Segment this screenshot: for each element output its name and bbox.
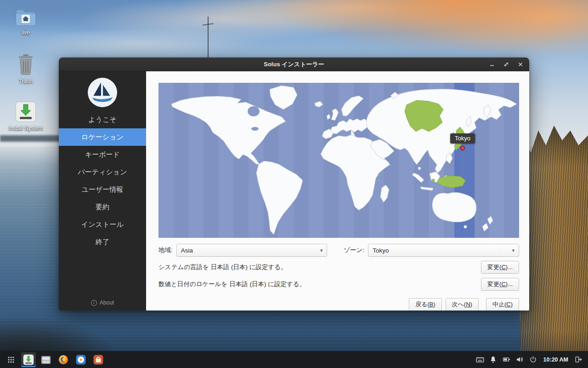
restore-button[interactable] bbox=[503, 61, 509, 68]
btn-mnemonic: B bbox=[430, 301, 434, 308]
info-icon: i bbox=[91, 300, 97, 306]
change-language-button[interactable]: 変更(C)... bbox=[481, 261, 519, 274]
about-button[interactable]: i About bbox=[59, 299, 146, 306]
nav-label: 要約 bbox=[96, 203, 109, 212]
installer-sidebar: ようこそ ロケーション キーボード パーティション ユーザー情報 要約 インスト… bbox=[59, 71, 146, 310]
btn-text: ) bbox=[433, 301, 435, 308]
battery-indicator[interactable] bbox=[503, 356, 511, 364]
sidebar-item-install[interactable]: インストール bbox=[59, 216, 146, 233]
install-system-icon bbox=[23, 354, 34, 365]
sidebar-item-keyboard[interactable]: キーボード bbox=[59, 146, 146, 163]
language-sentence: システムの言語を 日本語 (日本) に設定する。 bbox=[158, 263, 287, 271]
desktop-icon-install-system[interactable]: Install System bbox=[5, 101, 46, 132]
desktop-icon-label: live bbox=[22, 29, 30, 36]
zone-label: ゾーン: bbox=[344, 246, 364, 254]
btn-text: 次へ( bbox=[452, 301, 466, 308]
nav-label: キーボード bbox=[85, 150, 120, 159]
btn-text: ) bbox=[470, 301, 472, 308]
volume-indicator[interactable] bbox=[516, 356, 524, 364]
cancel-button[interactable]: 中止(C) bbox=[486, 298, 519, 310]
locale-sentence: 数値と日付のロケールを 日本語 (日本) に設定する。 bbox=[158, 280, 305, 288]
change-locale-button[interactable]: 変更(C)... bbox=[481, 278, 519, 291]
desktop-icon-label: Trash bbox=[19, 78, 33, 85]
firefox-icon bbox=[58, 354, 69, 365]
media-player-icon bbox=[75, 354, 86, 365]
nav-label: 終了 bbox=[96, 238, 109, 247]
region-value: Asia bbox=[181, 247, 320, 254]
window-title: Solus インストーラー bbox=[264, 60, 324, 69]
nav-label: パーティション bbox=[78, 168, 127, 177]
sidebar-item-welcome[interactable]: ようこそ bbox=[59, 111, 146, 128]
about-label: About bbox=[100, 299, 114, 306]
desktop-icon-label: Install System bbox=[9, 125, 43, 132]
battery-icon bbox=[503, 356, 510, 363]
region-combobox[interactable]: Asia ▾ bbox=[176, 244, 328, 257]
btn-mnemonic: N bbox=[466, 301, 470, 308]
notifications-indicator[interactable] bbox=[489, 356, 498, 364]
close-icon bbox=[518, 62, 523, 67]
sidebar-item-location[interactable]: ロケーション bbox=[59, 128, 146, 146]
nav-label: ロケーション bbox=[81, 133, 124, 142]
btn-text: 変更( bbox=[487, 264, 501, 270]
btn-mnemonic: C bbox=[501, 281, 505, 288]
wallpaper-reeds bbox=[520, 123, 588, 368]
keyboard-icon bbox=[476, 356, 484, 364]
install-system-icon bbox=[15, 101, 36, 122]
btn-mnemonic: C bbox=[506, 301, 510, 308]
taskbar-app-software-center[interactable] bbox=[91, 352, 106, 367]
folder-home-icon bbox=[15, 7, 37, 27]
btn-text: )... bbox=[506, 264, 513, 270]
solus-logo bbox=[87, 77, 118, 108]
chevron-down-icon: ▾ bbox=[320, 247, 323, 253]
keyboard-layout-indicator[interactable] bbox=[476, 356, 484, 364]
sidebar-item-partition[interactable]: パーティション bbox=[59, 163, 146, 181]
nav-label: ようこそ bbox=[88, 115, 116, 124]
next-button[interactable]: 次へ(N) bbox=[446, 298, 479, 310]
btn-text: 中止( bbox=[492, 301, 506, 308]
back-button[interactable]: 戻る(B) bbox=[409, 298, 442, 310]
minimize-icon bbox=[489, 62, 495, 67]
btn-text: 変更( bbox=[487, 281, 501, 288]
timezone-map[interactable]: Tokyo bbox=[158, 83, 519, 238]
btn-text: 戻る( bbox=[415, 301, 430, 308]
speaker-icon bbox=[516, 356, 524, 363]
minimize-button[interactable] bbox=[489, 61, 495, 68]
nav-label: ユーザー情報 bbox=[82, 185, 124, 194]
map-tooltip: Tokyo bbox=[450, 133, 475, 144]
chevron-down-icon: ▾ bbox=[512, 247, 514, 253]
nav-label: インストール bbox=[81, 220, 124, 229]
close-button[interactable] bbox=[517, 61, 524, 68]
bell-icon bbox=[489, 356, 497, 363]
panel-end-icon bbox=[575, 356, 582, 363]
tokyo-marker[interactable] bbox=[461, 146, 465, 150]
grid-menu-icon bbox=[7, 356, 15, 363]
taskbar: 10:20 AM bbox=[0, 351, 588, 368]
taskbar-app-files[interactable] bbox=[39, 352, 53, 367]
installer-window: Solus インストーラー bbox=[59, 58, 529, 310]
power-indicator[interactable] bbox=[529, 356, 537, 364]
btn-mnemonic: C bbox=[501, 264, 505, 270]
software-center-icon bbox=[93, 354, 104, 365]
sidebar-item-user-info[interactable]: ユーザー情報 bbox=[59, 181, 146, 198]
btn-text: )... bbox=[506, 281, 513, 288]
sidebar-item-finish[interactable]: 終了 bbox=[59, 233, 146, 251]
taskbar-app-media-player[interactable] bbox=[74, 352, 88, 367]
trash-icon bbox=[16, 53, 36, 75]
btn-text: ) bbox=[511, 301, 513, 308]
titlebar[interactable]: Solus インストーラー bbox=[59, 58, 529, 71]
taskbar-app-firefox[interactable] bbox=[56, 352, 71, 367]
desktop-icon-live[interactable]: live bbox=[5, 7, 46, 36]
raven-toggle[interactable] bbox=[574, 356, 582, 364]
sidebar-item-summary[interactable]: 要約 bbox=[59, 198, 146, 216]
zone-value: Tokyo bbox=[373, 247, 512, 254]
power-icon bbox=[529, 356, 537, 363]
region-label: 地域: bbox=[158, 246, 173, 254]
desktop-icon-trash[interactable]: Trash bbox=[5, 53, 46, 85]
world-map bbox=[158, 83, 519, 238]
clock[interactable]: 10:20 AM bbox=[543, 356, 568, 363]
app-menu-button[interactable] bbox=[4, 352, 18, 367]
location-page: Tokyo 地域: Asia ▾ ゾーン: Tokyo ▾ システムの言語を 日… bbox=[146, 71, 529, 310]
taskbar-app-installer[interactable] bbox=[21, 352, 36, 367]
window-controls bbox=[489, 58, 524, 71]
zone-combobox[interactable]: Tokyo ▾ bbox=[368, 244, 519, 257]
